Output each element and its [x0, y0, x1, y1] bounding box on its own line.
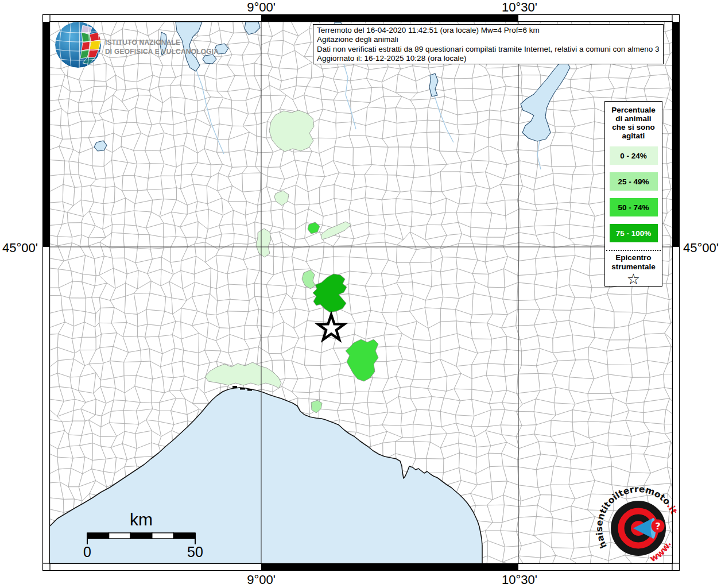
scale-bar-segment [152, 533, 174, 539]
axis-label-bottom-right: 10°30' [502, 572, 537, 587]
frame-black-segment [42, 22, 50, 247]
legend-epicenter-label: Epicentro strumentale [605, 253, 662, 272]
event-data-note: Dati non verificati estratti da 89 quest… [317, 45, 660, 54]
frame-black-segment [672, 22, 680, 247]
genova-port-mark [232, 386, 237, 388]
legend-swatches: 0 - 24%25 - 49%50 - 74%75 - 100% [605, 146, 662, 242]
legend-box: Percentuale di animali che si sono agita… [604, 101, 662, 287]
legend-item-3: 75 - 100% [610, 224, 658, 242]
legend-item-0: 0 - 24% [610, 146, 658, 165]
scale-bar-segment [130, 533, 152, 539]
legend-item-1: 25 - 49% [610, 172, 658, 191]
axis-label-top-left: 9°00' [247, 0, 276, 15]
scale-bar-segment [109, 533, 131, 539]
frame-black-segment [261, 14, 518, 22]
legend-separator [606, 250, 661, 251]
event-subtitle: Agitazione degli animali [317, 35, 660, 44]
legend-title: Percentuale di animali che si sono agita… [605, 102, 662, 140]
scale-bar-segment [173, 533, 195, 539]
legend-item-2: 50 - 74% [610, 198, 658, 216]
axis-label-top-right: 10°30' [502, 0, 537, 15]
event-title: Terremoto del 16-04-2020 11:42:51 (ora l… [317, 26, 660, 35]
ingv-logo-text: ISTITUTO NAZIONALE DI GEOFISICA E VULCAN… [105, 38, 219, 56]
scale-bar-start: 0 [83, 544, 91, 560]
ingv-globe-icon [55, 22, 101, 68]
genova-port-mark [240, 388, 245, 390]
axis-label-bottom-left: 9°00' [247, 572, 276, 587]
logo-question-mark: ? [655, 521, 660, 532]
axis-label-left: 45°00' [2, 241, 38, 256]
ingv-line1: ISTITUTO NAZIONALE [105, 38, 219, 47]
scale-bar-end: 50 [187, 544, 203, 560]
earthquake-map-canvas: km050?haisentitoilterremoto.itwww. [0, 0, 721, 588]
ingv-line2: DI GEOFISICA E VULCANOLOGIA [105, 47, 219, 56]
epicenter-star-icon: ☆ [605, 272, 662, 286]
scale-bar-segment [87, 533, 109, 539]
axis-label-right: 45°00' [683, 241, 719, 256]
genova-port-mark [247, 389, 252, 391]
map-page: km050?haisentitoilterremoto.itwww. 9°00'… [0, 0, 721, 588]
frame-black-segment [261, 563, 518, 571]
event-info-box: Terremoto del 16-04-2020 11:42:51 (ora l… [313, 24, 664, 64]
scale-bar-unit: km [130, 510, 153, 529]
lake-iseo [429, 74, 438, 96]
event-updated: Aggiornato il: 16-12-2025 10:28 (ora loc… [317, 54, 660, 63]
